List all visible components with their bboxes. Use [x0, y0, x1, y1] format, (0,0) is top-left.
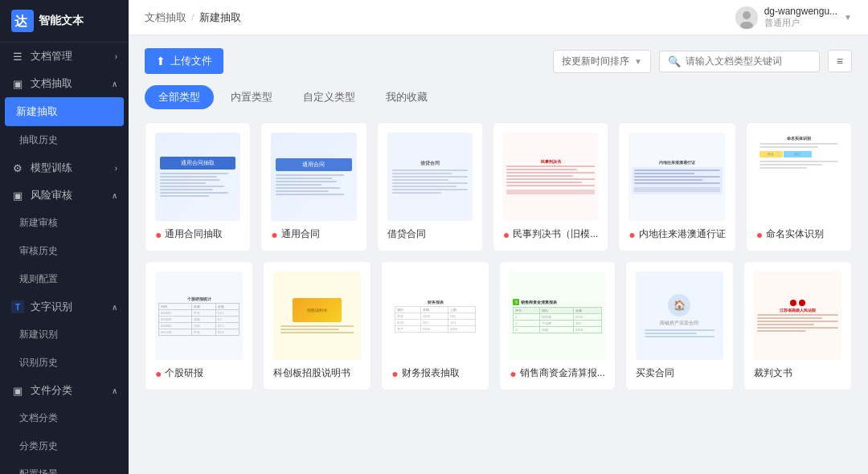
card-civil-judgment[interactable]: 民事判决书 ●	[493, 122, 608, 251]
card-preview-2: 通用合同	[271, 133, 356, 221]
rule-config-label: 规则配置	[19, 272, 58, 286]
doc-classify-label: 文档分类	[19, 411, 58, 425]
svg-point-3	[743, 11, 751, 19]
sidebar-group-risk-review[interactable]: ▣ 风险审核 ∧	[0, 182, 129, 209]
extract-history-label: 抽取历史	[19, 133, 58, 147]
upload-icon: ⬆	[156, 55, 166, 67]
review-history-label: 审核历史	[19, 244, 58, 258]
red-dot-icon-9: ●	[391, 367, 398, 380]
sidebar-group-text-ocr[interactable]: T 文字识别 ∧	[0, 293, 129, 321]
card-loan-contract[interactable]: 借贷合同 借贷合同	[377, 122, 483, 251]
breadcrumb-separator: /	[191, 11, 194, 23]
toolbar: ⬆ 上传文件 按更新时间排序 ▼ 🔍 ≡	[145, 48, 852, 74]
red-dot-icon-6: ●	[756, 228, 763, 241]
card-preview-6: 命名实体识别 姓名 地点	[756, 133, 841, 221]
card-title-2: ● 通用合同	[271, 227, 356, 241]
sidebar-label-doc-extract: 文档抽取	[31, 76, 72, 91]
sidebar-item-extract-history[interactable]: 抽取历史	[0, 126, 129, 154]
user-role: 普通用户	[764, 17, 800, 29]
list-view-button[interactable]: ≡	[828, 50, 852, 72]
card-title-1: ● 通用合同抽取	[155, 227, 240, 241]
user-info: dg-wangwengu... 普通用户	[764, 6, 837, 29]
card-title-11: 买卖合同	[636, 366, 723, 380]
card-entity-recog[interactable]: 命名实体识别 姓名 地点	[746, 122, 852, 251]
sidebar-item-new-ocr[interactable]: 新建识别	[0, 321, 129, 349]
tab-builtin[interactable]: 内置类型	[217, 85, 286, 109]
red-dot-icon-4: ●	[503, 228, 510, 241]
user-name: dg-wangwengu...	[764, 6, 837, 17]
sidebar-item-ocr-history[interactable]: 识别历史	[0, 349, 129, 377]
sort-chevron-icon: ▼	[634, 57, 642, 66]
card-preview-11: 🏠 商铺房产买卖合同	[636, 272, 723, 360]
sidebar-item-config-scene[interactable]: 配置场景	[0, 460, 129, 474]
card-title-8: 科创板招股说明书	[273, 366, 361, 380]
sort-dropdown[interactable]: 按更新时间排序 ▼	[553, 50, 651, 73]
risk-review-icon: ▣	[11, 189, 24, 202]
model-train-icon: ⚙	[11, 161, 24, 174]
new-review-label: 新建审核	[19, 216, 58, 230]
card-title-9: ● 财务报表抽取	[391, 366, 479, 380]
red-dot-icon-2: ●	[271, 228, 277, 241]
tab-all[interactable]: 全部类型	[145, 85, 214, 109]
card-buy-sell-contract[interactable]: 🏠 商铺房产买卖合同 买卖合同	[625, 261, 734, 390]
sidebar-group-doc-extract[interactable]: ▣ 文档抽取 ∧	[0, 70, 129, 97]
sidebar-label-risk-review: 风险审核	[31, 188, 72, 202]
card-title-12: 裁判文书	[754, 366, 841, 380]
breadcrumb-parent[interactable]: 文档抽取	[145, 10, 186, 25]
tab-favorites[interactable]: 我的收藏	[372, 85, 441, 109]
new-extract-label: 新建抽取	[16, 104, 58, 119]
card-general-contract-extract[interactable]: 通用合同抽取 ●	[145, 122, 251, 251]
card-title-10: ● 销售商资金清算报...	[510, 366, 604, 380]
card-preview-3: 借贷合同	[387, 133, 473, 221]
user-area: dg-wangwengu... 普通用户 ▼	[735, 6, 852, 29]
sidebar-item-new-extract[interactable]: 新建抽取	[5, 97, 124, 126]
card-judgement[interactable]: 江苏省高级人民法院 裁判文书	[743, 261, 852, 390]
sort-label: 按更新时间排序	[562, 55, 629, 68]
card-title-5: ● 内地往来港澳通行证	[628, 227, 725, 241]
card-stock-report[interactable]: 个股研报统计 代码名称价格 000001平安13.5 600000浦发8.2 0…	[145, 261, 253, 390]
card-preview-4: 民事判决书	[503, 133, 598, 221]
card-hk-permit[interactable]: 内地往来港澳通行证 ● 内地往来港澳通行证	[618, 122, 735, 251]
tab-bar: 全部类型 内置类型 自定义类型 我的收藏	[145, 85, 852, 109]
sidebar-item-review-history[interactable]: 审核历史	[0, 237, 129, 265]
config-scene-label: 配置场景	[19, 468, 58, 474]
search-icon: 🔍	[668, 55, 681, 67]
user-dropdown-icon[interactable]: ▼	[844, 13, 852, 22]
sidebar-item-new-review[interactable]: 新建审核	[0, 209, 129, 237]
chevron-down-icon: ›	[115, 52, 117, 61]
breadcrumb-current: 新建抽取	[199, 10, 241, 25]
card-preview-8: 招股说明书	[273, 272, 361, 360]
card-title-3: 借贷合同	[387, 227, 473, 241]
logo-text: 智能文本	[39, 14, 84, 28]
sidebar-item-rule-config[interactable]: 规则配置	[0, 265, 129, 293]
search-input[interactable]	[686, 55, 811, 67]
upload-button[interactable]: ⬆ 上传文件	[145, 48, 223, 74]
svg-text:达: 达	[14, 14, 28, 28]
sidebar-group-doc-manage[interactable]: ☰ 文档管理 ›	[0, 43, 129, 70]
tab-custom[interactable]: 自定义类型	[289, 85, 369, 109]
doc-extract-icon: ▣	[11, 77, 24, 90]
sidebar-group-file-classify[interactable]: ▣ 文件分类 ∧	[0, 377, 129, 404]
file-classify-icon: ▣	[11, 384, 24, 397]
main-content: 文档抽取 / 新建抽取 dg-wangwengu... 普通用户 ▼ ⬆	[129, 0, 868, 474]
card-preview-9: 财务报表 项目本期上期 营收1000800 利润200150 资产5000450…	[391, 272, 479, 360]
sidebar-label-doc-manage: 文档管理	[31, 49, 72, 63]
sidebar-item-classify-history[interactable]: 分类历史	[0, 432, 129, 460]
card-preview-7: 个股研报统计 代码名称价格 000001平安13.5 600000浦发8.2 0…	[155, 272, 243, 360]
red-dot-icon-7: ●	[155, 367, 162, 380]
card-general-contract[interactable]: 通用合同 ● 通用合同	[260, 122, 366, 251]
card-title-4: ● 民事判决书（旧模...	[503, 227, 598, 241]
card-sales-clearance[interactable]: X 销售商资金清算报表 序号项目金额 1销售额5000 2手续费100 3净额4…	[499, 261, 615, 390]
doc-manage-icon: ☰	[11, 50, 24, 63]
card-preview-1: 通用合同抽取	[155, 133, 240, 221]
red-dot-icon-5: ●	[628, 228, 635, 241]
red-dot-icon: ●	[155, 228, 162, 241]
ocr-history-label: 识别历史	[19, 356, 58, 370]
sidebar-item-doc-classify[interactable]: 文档分类	[0, 404, 129, 432]
chevron-up-icon: ∧	[112, 80, 117, 88]
sidebar-group-model-train[interactable]: ⚙ 模型训练 ›	[0, 154, 129, 182]
card-ipo-prospectus[interactable]: 招股说明书 科创板招股说明书	[263, 261, 371, 390]
cards-row-2: 个股研报统计 代码名称价格 000001平安13.5 600000浦发8.2 0…	[145, 261, 852, 390]
card-financial-extract[interactable]: 财务报表 项目本期上期 营收1000800 利润200150 资产5000450…	[381, 261, 489, 390]
chevron-up-icon4: ∧	[112, 386, 117, 395]
